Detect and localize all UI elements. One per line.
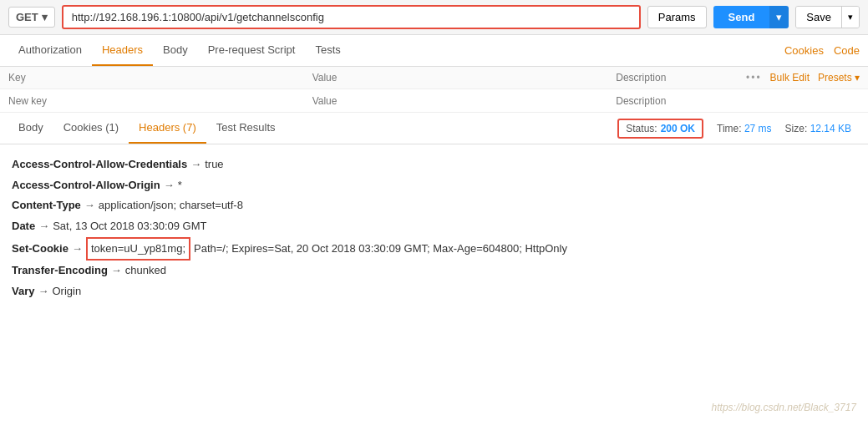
- header-row-5: Transfer-Encoding → chunked: [12, 261, 856, 281]
- three-dots-icon: •••: [746, 72, 762, 83]
- method-arrow: ▾: [42, 11, 48, 23]
- cookie-rest-value: Path=/; Expires=Sat, 20 Oct 2018 03:30:0…: [194, 239, 567, 260]
- header-val-2: application/json; charset=utf-8: [99, 195, 243, 216]
- header-val-6: Origin: [52, 281, 81, 302]
- header-row-1: Access-Control-Allow-Origin → *: [12, 175, 856, 196]
- size-label: Size:: [785, 123, 808, 134]
- url-input[interactable]: [62, 5, 641, 29]
- new-description-input[interactable]: [616, 95, 729, 107]
- header-key-0: Access-Control-Allow-Credentials: [12, 154, 187, 175]
- tab-response-body[interactable]: Body: [8, 113, 53, 144]
- header-row-0: Access-Control-Allow-Credentials → true: [12, 154, 856, 175]
- tab-body[interactable]: Body: [153, 35, 198, 66]
- col-value-header: Value: [304, 67, 608, 89]
- header-key-1: Access-Control-Allow-Origin: [12, 175, 160, 196]
- send-button[interactable]: Send: [713, 6, 770, 28]
- presets-button[interactable]: Presets ▾: [818, 72, 860, 83]
- code-link[interactable]: Code: [834, 44, 860, 57]
- tab-tests[interactable]: Tests: [305, 35, 350, 66]
- status-label: Status:: [626, 123, 657, 134]
- new-key-input[interactable]: [8, 95, 296, 107]
- status-value: 200 OK: [661, 123, 695, 134]
- tab-pre-request-script[interactable]: Pre-request Script: [198, 35, 306, 66]
- col-description-header: Description: [607, 67, 738, 89]
- header-val-1: *: [178, 175, 182, 196]
- arrow-4: →: [72, 239, 83, 260]
- arrow-6: →: [38, 281, 48, 302]
- header-row-6: Vary → Origin: [12, 281, 856, 302]
- bulk-edit-button[interactable]: Bulk Edit: [770, 72, 810, 83]
- tab-response-headers[interactable]: Headers (7): [129, 113, 206, 144]
- time-label: Time:: [717, 123, 742, 134]
- save-dropdown-button[interactable]: ▾: [841, 7, 859, 28]
- col-key-header: Key: [0, 67, 304, 89]
- header-row-4: Set-Cookie → token=uU_yp81mg; Path=/; Ex…: [12, 237, 856, 261]
- request-tabs-right: Cookies Code: [784, 44, 860, 57]
- size-group: Size: 12.14 KB: [785, 123, 851, 134]
- method-select[interactable]: GET ▾: [8, 7, 55, 28]
- header-key-2: Content-Type: [12, 195, 81, 216]
- request-tabs: Authorization Headers Body Pre-request S…: [0, 35, 868, 67]
- header-key-3: Date: [12, 216, 35, 237]
- arrow-0: →: [190, 154, 201, 175]
- send-dropdown-button[interactable]: ▾: [769, 6, 789, 28]
- save-button-group: Save ▾: [795, 6, 860, 28]
- status-badge: Status: 200 OK: [617, 119, 703, 139]
- header-row-3: Date → Sat, 13 Oct 2018 03:30:09 GMT: [12, 216, 856, 237]
- response-headers-list: Access-Control-Allow-Credentials → true …: [0, 144, 868, 312]
- tab-headers[interactable]: Headers: [92, 35, 153, 66]
- save-button[interactable]: Save: [796, 7, 841, 28]
- arrow-3: →: [38, 216, 49, 237]
- response-status-area: Status: 200 OK Time: 27 ms Size: 12.14 K…: [617, 119, 860, 139]
- arrow-2: →: [84, 195, 95, 216]
- header-val-5: chunked: [125, 261, 166, 281]
- time-group: Time: 27 ms: [717, 123, 772, 134]
- time-value: 27 ms: [744, 123, 772, 134]
- tab-authorization[interactable]: Authorization: [8, 35, 92, 66]
- header-val-3: Sat, 13 Oct 2018 03:30:09 GMT: [53, 216, 206, 237]
- size-value: 12.14 KB: [810, 123, 851, 134]
- cookie-highlighted-value: token=uU_yp81mg;: [86, 237, 190, 261]
- header-key-4: Set-Cookie: [12, 239, 69, 260]
- arrow-1: →: [164, 175, 175, 196]
- method-label: GET: [16, 11, 38, 23]
- top-bar: GET ▾ Params Send ▾ Save ▾: [0, 0, 868, 35]
- new-value-input[interactable]: [312, 95, 600, 107]
- response-tabs: Body Cookies (1) Headers (7) Test Result…: [0, 113, 868, 144]
- tab-response-cookies[interactable]: Cookies (1): [53, 113, 129, 144]
- headers-input-table: Key Value Description ••• Bulk Edit Pres…: [0, 67, 868, 113]
- header-row-2: Content-Type → application/json; charset…: [12, 195, 856, 216]
- send-button-group: Send ▾: [713, 6, 789, 28]
- arrow-5: →: [111, 261, 122, 281]
- params-button[interactable]: Params: [647, 6, 707, 28]
- tab-response-test-results[interactable]: Test Results: [206, 113, 286, 144]
- header-key-5: Transfer-Encoding: [12, 261, 108, 281]
- header-val-0: true: [205, 154, 223, 175]
- new-header-row: [0, 89, 868, 113]
- cookies-link[interactable]: Cookies: [784, 44, 824, 57]
- header-key-6: Vary: [12, 281, 34, 302]
